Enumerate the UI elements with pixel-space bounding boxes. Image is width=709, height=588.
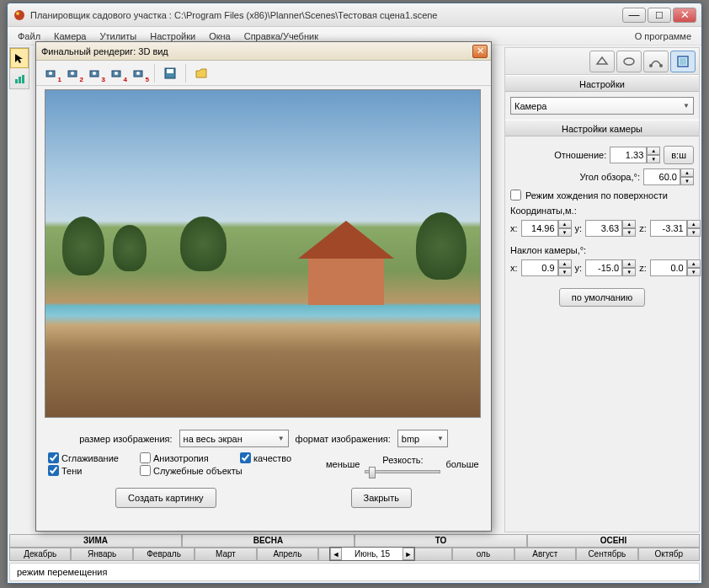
- spin-up-icon[interactable]: ▲: [680, 168, 694, 177]
- quality-checkbox[interactable]: [240, 452, 251, 463]
- spin-down-icon[interactable]: ▼: [687, 268, 701, 276]
- camera-preset-1[interactable]: 1: [41, 63, 61, 83]
- date-value: Июнь, 15: [342, 549, 402, 559]
- camera-preset-5[interactable]: 5: [129, 63, 149, 83]
- coord-y-input[interactable]: [585, 220, 622, 237]
- date-prev-icon[interactable]: ◄: [330, 548, 342, 560]
- spin-down-icon[interactable]: ▼: [687, 228, 701, 237]
- spin-up-icon[interactable]: ▲: [622, 220, 636, 228]
- month-jan[interactable]: Январь: [71, 548, 132, 561]
- pointer-tool[interactable]: [10, 48, 29, 68]
- app-icon: [13, 8, 26, 22]
- maximize-button[interactable]: □: [648, 8, 671, 23]
- tilt-z-input[interactable]: [650, 259, 687, 276]
- dialog-close-btn[interactable]: Закрыть: [351, 488, 412, 508]
- service-objects-checkbox[interactable]: [140, 465, 151, 476]
- ratio-input[interactable]: [610, 147, 647, 163]
- spin-up-icon[interactable]: ▲: [647, 147, 660, 155]
- coord-x-spinner[interactable]: ▲▼: [521, 220, 572, 237]
- fov-input[interactable]: [643, 168, 680, 185]
- tilt-z-spinner[interactable]: ▲▼: [650, 259, 701, 276]
- folder-icon[interactable]: [191, 63, 211, 83]
- tilt-y-spinner[interactable]: ▲▼: [585, 259, 636, 276]
- menu-about[interactable]: О программе: [628, 29, 698, 44]
- spin-down-icon[interactable]: ▼: [558, 268, 572, 276]
- month-apr[interactable]: Апрель: [257, 548, 318, 561]
- spin-down-icon[interactable]: ▼: [680, 177, 694, 185]
- spin-down-icon[interactable]: ▼: [558, 228, 572, 237]
- save-icon[interactable]: [160, 63, 180, 83]
- spin-down-icon[interactable]: ▼: [647, 155, 660, 163]
- month-aug[interactable]: Август: [514, 548, 576, 561]
- spin-down-icon[interactable]: ▼: [622, 268, 636, 276]
- image-size-dropdown[interactable]: на весь экран▼: [179, 430, 289, 447]
- right-toolbar: [505, 48, 699, 75]
- spin-up-icon[interactable]: ▲: [687, 220, 701, 228]
- date-next-icon[interactable]: ►: [402, 548, 414, 560]
- svg-point-6: [649, 64, 653, 67]
- titlebar: Планировщик садового участка : C:\Progra…: [8, 3, 701, 27]
- sharpness-slider[interactable]: [365, 470, 440, 473]
- month-sep[interactable]: Сентябрь: [576, 548, 637, 561]
- tool-objects[interactable]: [616, 51, 642, 72]
- tilt-label: Наклон камеры,°:: [510, 245, 694, 255]
- tool-scene[interactable]: [589, 51, 615, 72]
- tilt-x-spinner[interactable]: ▲▼: [521, 259, 572, 276]
- spin-down-icon[interactable]: ▼: [622, 228, 636, 237]
- season-summer[interactable]: ТО: [354, 534, 527, 548]
- antialias-checkbox[interactable]: [48, 452, 59, 463]
- date-picker[interactable]: ◄ Июнь, 15 ►: [329, 547, 415, 561]
- timeline: ЗИМА ВЕСНА ТО ОСЕНІ Декабрь Январь Февра…: [9, 534, 700, 561]
- minimize-button[interactable]: —: [622, 8, 646, 23]
- shadows-checkbox[interactable]: [48, 465, 59, 476]
- month-oct[interactable]: Октябр: [638, 548, 700, 561]
- close-button[interactable]: ✕: [673, 8, 696, 23]
- settings-header: Настройки: [505, 75, 699, 92]
- coord-z-spinner[interactable]: ▲▼: [650, 220, 701, 237]
- chevron-down-icon: ▼: [278, 435, 285, 442]
- coord-x-input[interactable]: [521, 220, 558, 237]
- tilt-x-input[interactable]: [521, 259, 558, 276]
- month-dec[interactable]: Декабрь: [9, 548, 71, 561]
- image-format-dropdown[interactable]: bmp▼: [397, 430, 448, 447]
- month-feb[interactable]: Февраль: [133, 548, 195, 561]
- tool-camera-settings[interactable]: [670, 51, 696, 72]
- svg-rect-21: [167, 69, 173, 73]
- camera-preset-2[interactable]: 2: [63, 63, 83, 83]
- coord-y-spinner[interactable]: ▲▼: [585, 220, 636, 237]
- antialias-label: Сглаживание: [61, 453, 119, 463]
- default-button[interactable]: по умолчанию: [559, 288, 645, 307]
- season-autumn[interactable]: ОСЕНІ: [527, 534, 700, 548]
- walk-mode-checkbox[interactable]: [510, 190, 521, 200]
- aniso-checkbox[interactable]: [140, 452, 151, 463]
- month-jul[interactable]: оль: [452, 548, 514, 561]
- svg-rect-4: [22, 75, 24, 83]
- month-mar[interactable]: Март: [195, 548, 256, 561]
- spin-up-icon[interactable]: ▲: [687, 259, 701, 268]
- coord-z-input[interactable]: [650, 220, 687, 237]
- tool-path[interactable]: [643, 51, 669, 72]
- season-winter[interactable]: ЗИМА: [9, 534, 182, 548]
- window-title: Планировщик садового участка : C:\Progra…: [30, 10, 622, 20]
- tilt-y-input[interactable]: [585, 259, 622, 276]
- camera-preset-3[interactable]: 3: [85, 63, 105, 83]
- settings-category-dropdown[interactable]: Камера▼: [510, 97, 694, 115]
- camera-preset-4[interactable]: 4: [107, 63, 127, 83]
- slider-thumb[interactable]: [369, 467, 376, 478]
- create-image-button[interactable]: Создать картинку: [115, 488, 216, 508]
- spin-up-icon[interactable]: ▲: [558, 220, 572, 228]
- svg-point-13: [71, 72, 74, 75]
- spin-up-icon[interactable]: ▲: [558, 259, 572, 268]
- dialog-titlebar[interactable]: Финальный рендериг: 3D вид ✕: [36, 42, 491, 61]
- ratio-spinner[interactable]: ▲▼: [610, 147, 660, 163]
- season-spring[interactable]: ВЕСНА: [182, 534, 354, 548]
- dialog-close-button[interactable]: ✕: [472, 45, 488, 58]
- svg-rect-3: [19, 77, 21, 83]
- left-toolbar: [9, 47, 29, 89]
- spin-up-icon[interactable]: ▲: [622, 259, 636, 268]
- fov-spinner[interactable]: ▲▼: [643, 168, 694, 185]
- x-label: x:: [510, 263, 518, 273]
- ratio-mode-button[interactable]: в:ш: [664, 146, 694, 164]
- chart-tool[interactable]: [10, 68, 29, 88]
- ratio-label: Отношение:: [554, 150, 606, 160]
